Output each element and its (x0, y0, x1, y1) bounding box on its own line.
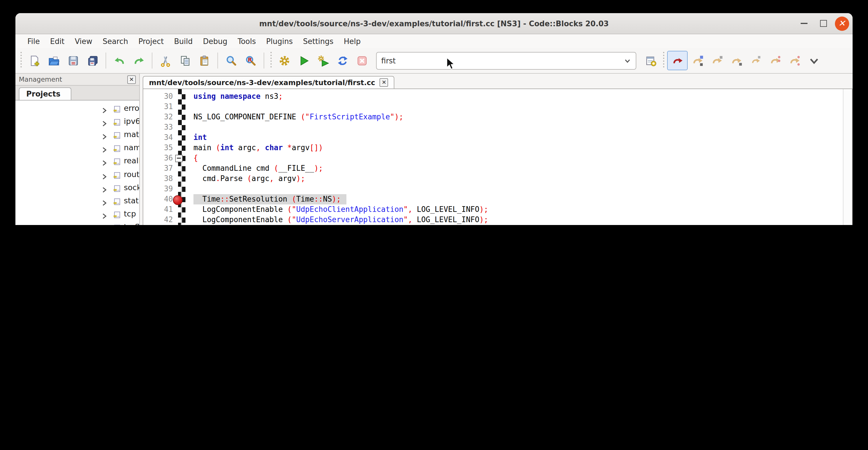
menu-file[interactable]: File (22, 35, 45, 47)
tree-item-trafl[interactable]: trafl (16, 220, 139, 225)
fold-toggle-icon[interactable] (175, 155, 183, 162)
menu-view[interactable]: View (70, 35, 98, 47)
next-line-button[interactable] (707, 51, 726, 70)
build-and-run-button[interactable] (313, 51, 333, 70)
copy-button[interactable] (175, 51, 195, 70)
tree-item-tcp[interactable]: tcp (16, 207, 139, 220)
code-text[interactable]: int (193, 132, 207, 143)
code-line-40[interactable]: 40 Time::SetResolution (Time::NS); (143, 194, 843, 205)
chevron-right-icon[interactable] (101, 158, 107, 164)
menu-plugins[interactable]: Plugins (261, 35, 298, 47)
tree-item-ipv6[interactable]: ipv6 (16, 115, 139, 128)
toolbar-grip[interactable] (662, 52, 665, 69)
paste-button[interactable] (195, 51, 214, 70)
menu-debug[interactable]: Debug (198, 35, 232, 47)
chevron-right-icon[interactable] (101, 105, 107, 111)
line-number[interactable]: 35 (143, 143, 173, 153)
code-text[interactable]: cmd.Parse (argc, argv); (193, 174, 305, 184)
step-out-button[interactable] (746, 51, 765, 70)
build-target-combo[interactable]: first (376, 52, 636, 69)
step-into-button[interactable] (726, 51, 746, 70)
code-line-41[interactable]: 41 LogComponentEnable ("UdpEchoClientApp… (143, 205, 843, 215)
line-number[interactable]: 33 (143, 122, 173, 132)
code-line-30[interactable]: 30using namespace ns3; (143, 91, 843, 102)
tree-item-sock[interactable]: sock (16, 181, 139, 194)
code-line-32[interactable]: 32NS_LOG_COMPONENT_DEFINE ("FirstScriptE… (143, 112, 843, 122)
build-target-options-button[interactable] (641, 51, 660, 70)
run-to-cursor-button[interactable] (688, 51, 707, 70)
line-number[interactable]: 41 (143, 205, 173, 215)
code-line-31[interactable]: 31 (143, 102, 843, 112)
menu-search[interactable]: Search (98, 35, 133, 47)
code-editor[interactable]: 30using namespace ns3;3132NS_LOG_COMPONE… (143, 89, 852, 225)
breakpoint-marker[interactable] (173, 195, 183, 205)
chevron-right-icon[interactable] (101, 118, 107, 124)
maximize-button[interactable] (816, 13, 831, 34)
line-number[interactable]: 40 (143, 194, 173, 205)
toolbar-overflow-button[interactable] (804, 51, 824, 70)
line-number[interactable]: 31 (143, 102, 173, 112)
minimize-button[interactable] (797, 13, 811, 34)
code-line-42[interactable]: 42 LogComponentEnable ("UdpEchoServerApp… (143, 215, 843, 225)
line-number[interactable]: 34 (143, 132, 173, 143)
find-button[interactable] (221, 51, 241, 70)
menu-project[interactable]: Project (133, 35, 169, 47)
line-number[interactable]: 42 (143, 215, 173, 225)
debug-continue-button[interactable] (667, 51, 688, 70)
save-all-button[interactable] (83, 51, 102, 70)
code-line-36[interactable]: 36{ (143, 153, 843, 163)
tree-item-mat[interactable]: mat (16, 128, 139, 141)
code-line-39[interactable]: 39 (143, 184, 843, 194)
selected-code-text[interactable]: Time::SetResolution (Time::NS); (193, 194, 347, 205)
chevron-right-icon[interactable] (101, 211, 107, 217)
line-number[interactable]: 37 (143, 163, 173, 174)
line-number[interactable]: 30 (143, 91, 173, 102)
code-line-38[interactable]: 38 cmd.Parse (argc, argv); (143, 174, 843, 184)
menu-settings[interactable]: Settings (298, 35, 339, 47)
title-bar[interactable]: mnt/dev/tools/source/ns-3-dev/examples/t… (16, 13, 852, 34)
open-file-button[interactable] (44, 51, 63, 70)
chevron-right-icon[interactable] (101, 131, 107, 138)
toolbar-grip[interactable] (20, 52, 23, 69)
editor-tab-first-cc[interactable]: mnt/dev/tools/source/ns-3-dev/examples/t… (143, 76, 395, 89)
line-number[interactable]: 38 (143, 174, 173, 184)
editor-vertical-scrollbar[interactable] (843, 89, 852, 225)
menu-edit[interactable]: Edit (45, 35, 70, 47)
code-text[interactable]: NS_LOG_COMPONENT_DEFINE ("FirstScriptExa… (193, 112, 403, 122)
code-line-33[interactable]: 33 (143, 122, 843, 132)
code-text[interactable]: using namespace ns3; (193, 91, 283, 102)
build-button[interactable] (275, 51, 294, 70)
management-close-button[interactable]: × (127, 75, 136, 84)
line-number[interactable]: 39 (143, 184, 173, 194)
code-line-37[interactable]: 37 CommandLine cmd (__FILE__); (143, 163, 843, 174)
line-number[interactable]: 36 (143, 153, 173, 163)
code-text[interactable]: { (193, 153, 198, 163)
menu-build[interactable]: Build (169, 35, 198, 47)
save-button[interactable] (63, 51, 83, 70)
chevron-right-icon[interactable] (101, 171, 107, 177)
tree-item-erro[interactable]: erro (16, 102, 139, 115)
step-into-instruction-button[interactable] (785, 51, 804, 70)
rebuild-button[interactable] (333, 51, 352, 70)
tab-projects[interactable]: Projects (19, 87, 71, 100)
code-text[interactable]: CommandLine cmd (__FILE__); (193, 163, 323, 174)
code-text[interactable]: LogComponentEnable ("UdpEchoServerApplic… (193, 215, 488, 225)
chevron-right-icon[interactable] (101, 197, 107, 204)
run-button[interactable] (294, 51, 313, 70)
code-text[interactable]: LogComponentEnable ("UdpEchoClientApplic… (193, 205, 488, 215)
undo-button[interactable] (110, 51, 129, 70)
editor-tab-close-button[interactable]: × (380, 78, 389, 87)
menu-help[interactable]: Help (339, 35, 366, 47)
abort-button[interactable] (352, 51, 372, 70)
tree-item-stat[interactable]: stat (16, 194, 139, 207)
menu-tools[interactable]: Tools (232, 35, 261, 47)
chevron-right-icon[interactable] (101, 184, 107, 190)
code-line-35[interactable]: 35main (int argc, char *argv[]) (143, 143, 843, 153)
tree-item-rout[interactable]: rout (16, 168, 139, 181)
next-instruction-button[interactable] (765, 51, 785, 70)
code-line-34[interactable]: 34int (143, 132, 843, 143)
chevron-right-icon[interactable] (101, 145, 107, 151)
chevron-right-icon[interactable] (101, 224, 107, 225)
cut-button[interactable] (156, 51, 175, 70)
tree-item-reall[interactable]: reall (16, 154, 139, 168)
